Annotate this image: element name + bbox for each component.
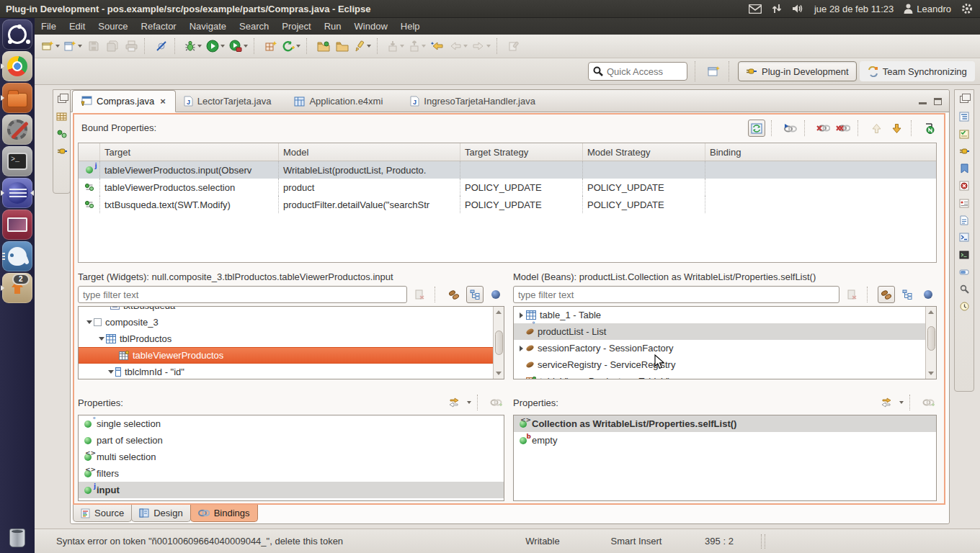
show-observables-button[interactable] bbox=[487, 286, 504, 303]
property-input[interactable]: jinput bbox=[79, 482, 504, 498]
property-multi-selection[interactable]: <>multi selection bbox=[79, 449, 504, 465]
perspective-team-synchronizing[interactable]: Team Synchronizing bbox=[860, 61, 975, 81]
scrollbar-thumb[interactable] bbox=[927, 326, 935, 351]
declaration-view-icon[interactable] bbox=[958, 231, 971, 243]
page-tab-source[interactable]: Source bbox=[73, 505, 132, 522]
launcher-item-dash[interactable] bbox=[2, 19, 32, 50]
debug-button[interactable] bbox=[183, 37, 203, 55]
expander-closed-icon[interactable] bbox=[520, 313, 523, 318]
launcher-item-settings[interactable] bbox=[2, 114, 32, 145]
new-plugin-project-button[interactable] bbox=[262, 37, 280, 55]
tree-item-tblclmnid[interactable]: tblclmnId - "id" bbox=[79, 364, 504, 379]
back-button[interactable] bbox=[447, 37, 469, 55]
tab-ingresotarjetahandler-java[interactable]: J IngresoTarjetaHandler.java bbox=[402, 91, 543, 112]
property-single-selection[interactable]: °single selection bbox=[79, 415, 504, 432]
tree-item-tableviewerproductos-bean[interactable]: tableViewerProductos - TableVi bbox=[514, 373, 936, 379]
launcher-item-eclipse[interactable] bbox=[2, 178, 32, 208]
tree-item-composite-3[interactable]: composite_3 bbox=[79, 314, 504, 331]
editor-maximize-button[interactable] bbox=[934, 98, 942, 105]
history-view-icon[interactable] bbox=[958, 300, 971, 313]
open-folder-button[interactable] bbox=[334, 37, 351, 55]
save-button[interactable] bbox=[85, 37, 102, 55]
expander-open-icon[interactable] bbox=[99, 337, 104, 341]
skip-breakpoints-button[interactable] bbox=[153, 37, 170, 55]
progress-view-icon[interactable] bbox=[958, 266, 971, 278]
user-indicator[interactable]: Leandro bbox=[904, 4, 951, 14]
status-caret-position[interactable]: 395 : 2 bbox=[683, 536, 755, 547]
table-row[interactable]: txtBusqueda.text(SWT.Modify) productFilt… bbox=[79, 196, 936, 213]
expander-open-icon[interactable] bbox=[86, 320, 92, 324]
model-tree-scrollbar[interactable] bbox=[925, 307, 936, 379]
console-view-icon[interactable] bbox=[958, 248, 971, 261]
edit-binding-button[interactable] bbox=[781, 120, 798, 137]
move-down-button[interactable] bbox=[888, 120, 905, 137]
add-binding-button[interactable] bbox=[919, 394, 937, 411]
run-external-button[interactable] bbox=[228, 37, 249, 55]
synchronize-view-icon[interactable] bbox=[55, 127, 68, 140]
property-filters[interactable]: <>filters bbox=[79, 465, 504, 482]
restore-pane-icon[interactable] bbox=[55, 93, 68, 105]
show-beans-button[interactable] bbox=[878, 286, 895, 303]
dropdown-caret-icon[interactable] bbox=[899, 401, 904, 404]
run-button[interactable] bbox=[205, 37, 226, 55]
tree-item-productlist[interactable]: ° productList - List bbox=[514, 323, 936, 340]
clock-indicator[interactable]: jue 28 de feb 11:23 bbox=[814, 4, 894, 14]
scroll-up-icon[interactable] bbox=[496, 310, 502, 314]
save-all-button[interactable] bbox=[104, 37, 121, 55]
property-empty[interactable]: bempty bbox=[514, 432, 936, 449]
menu-refactor[interactable]: Refactor bbox=[135, 21, 183, 32]
move-up-button[interactable] bbox=[868, 120, 885, 137]
javadoc-view-icon[interactable] bbox=[958, 214, 971, 226]
tree-item-serviceregistry[interactable]: serviceRegistry - ServiceRegistry bbox=[514, 356, 936, 373]
scrollbar-thumb[interactable] bbox=[495, 331, 503, 355]
show-tree-button[interactable] bbox=[466, 286, 484, 303]
scroll-down-icon[interactable] bbox=[928, 372, 934, 375]
scroll-down-icon[interactable] bbox=[496, 372, 502, 375]
outline-view-icon[interactable] bbox=[958, 110, 971, 122]
column-header-model-strategy[interactable]: Model Strategy bbox=[583, 143, 705, 161]
goto-definition-button[interactable] bbox=[878, 394, 895, 411]
menu-help[interactable]: Help bbox=[394, 21, 427, 32]
goto-binding-code-button[interactable] bbox=[921, 120, 938, 137]
tab-application-e4xmi[interactable]: Application.e4xmi bbox=[286, 91, 391, 112]
launcher-item-files[interactable] bbox=[2, 83, 32, 113]
new-java-wizard-button[interactable] bbox=[63, 37, 84, 55]
open-perspective-button[interactable] bbox=[705, 63, 723, 80]
table-row[interactable]: tableViewerProductos.selection product P… bbox=[79, 179, 936, 196]
open-plugin-artifact-button[interactable] bbox=[315, 37, 332, 55]
show-tree-button[interactable] bbox=[899, 286, 916, 303]
error-log-view-icon[interactable] bbox=[958, 179, 971, 192]
launcher-item-postgresql[interactable] bbox=[2, 241, 32, 271]
network-indicator-icon[interactable] bbox=[772, 4, 782, 14]
tree-item-tableviewerproductos[interactable]: tableViewerProductos bbox=[79, 347, 504, 364]
menu-project[interactable]: Project bbox=[275, 21, 317, 32]
menu-window[interactable]: Window bbox=[348, 21, 394, 32]
search-view-icon[interactable] bbox=[958, 283, 971, 295]
new-wizard-button[interactable] bbox=[40, 37, 61, 55]
launcher-item-software-updater[interactable]: 2 bbox=[2, 273, 32, 303]
package-explorer-view-icon[interactable] bbox=[55, 110, 68, 122]
page-tab-bindings[interactable]: Bindings bbox=[190, 505, 258, 522]
tab-close-icon[interactable]: × bbox=[159, 96, 167, 107]
clear-filter-button[interactable] bbox=[411, 286, 428, 303]
column-header-model[interactable]: Model bbox=[279, 143, 460, 161]
menu-search[interactable]: Search bbox=[233, 21, 275, 32]
tree-item-table-1[interactable]: table_1 - Table bbox=[514, 307, 936, 323]
column-header-target-strategy[interactable]: Target Strategy bbox=[460, 143, 583, 161]
tab-lectortarjeta-java[interactable]: J LectorTarjeta.java bbox=[176, 91, 280, 112]
parse-bindings-button[interactable] bbox=[748, 120, 765, 137]
icon-column-header[interactable] bbox=[79, 143, 100, 161]
show-beans-button[interactable] bbox=[445, 286, 463, 303]
goto-definition-button[interactable] bbox=[445, 394, 463, 411]
tree-item-tblproductos[interactable]: tblProductos bbox=[79, 331, 504, 347]
expander-closed-icon[interactable] bbox=[520, 346, 523, 351]
quick-access[interactable] bbox=[588, 62, 687, 81]
model-filter-input[interactable] bbox=[513, 286, 839, 303]
sound-indicator-icon[interactable] bbox=[792, 4, 804, 14]
add-binding-button[interactable] bbox=[487, 394, 504, 411]
print-button[interactable] bbox=[122, 37, 140, 55]
launcher-item-chrome[interactable] bbox=[2, 51, 32, 81]
plugins-view-icon[interactable] bbox=[55, 145, 68, 157]
tab-compras-java[interactable]: Compras.java × bbox=[72, 90, 176, 112]
restore-pane-icon[interactable] bbox=[958, 93, 971, 105]
